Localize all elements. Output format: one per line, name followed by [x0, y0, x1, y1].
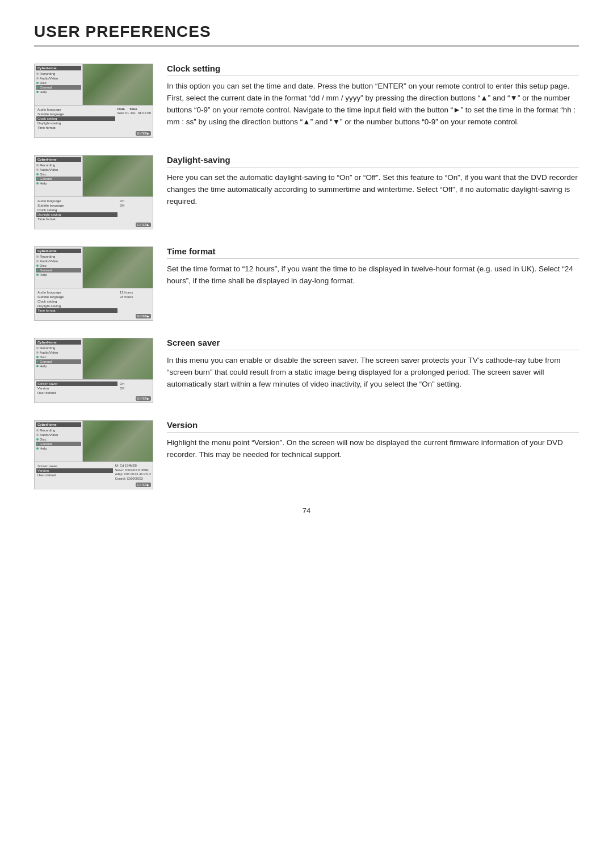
menu-item: Recording [36, 163, 81, 167]
bottom-menu-item: Time format [36, 217, 117, 221]
menu-item: Help [36, 364, 81, 368]
menu-item: Help [36, 181, 81, 186]
bottom-menu-item: User default [36, 473, 113, 477]
menu-item: Recording [36, 428, 81, 433]
enter-button: ENTER▶ [136, 131, 151, 136]
enter-button: ENTER▶ [136, 483, 151, 487]
menu-item: Audio/Video [36, 76, 81, 81]
menu-item: Audio/Video [36, 167, 81, 172]
version-info-row: Control: C00000292 [115, 477, 151, 481]
menu-item: Audio/Video [36, 433, 81, 437]
menu-item: Help [36, 90, 81, 94]
section-content-daylight-saving: Daylight-savingHere you can set the auto… [167, 155, 579, 229]
bottom-menu-item: Audio language [36, 199, 117, 203]
bottom-menu-item: Screen saver [36, 381, 117, 386]
section-screen-saver: CyberHomeRecordingAudio/VideoDiscGeneral… [34, 338, 579, 403]
section-text: In this menu you can enable or disable t… [167, 355, 579, 391]
enter-button: ENTER▶ [136, 223, 151, 227]
menu-item: General [36, 85, 81, 90]
menu-item: Audio/Video [36, 350, 81, 355]
bottom-menu-item: Daylight-saving [36, 212, 117, 217]
menu-item: Disc [36, 81, 81, 85]
mockup-values-col: DateTimeWed 01 Jan01:01:00 [117, 107, 151, 130]
section-content-clock-setting: Clock settingIn this option you can set … [167, 64, 579, 138]
menu-item: Disc [36, 263, 81, 268]
screen-mockup-version: CyberHomeRecordingAudio/VideoDiscGeneral… [34, 420, 153, 489]
menu-item: Disc [36, 355, 81, 359]
menu-item: General [36, 177, 81, 181]
bottom-menu-item: Time format [36, 125, 115, 130]
bottom-menu-item: Clock setting [36, 208, 117, 212]
menu-item: General [36, 442, 81, 446]
section-heading: Daylight-saving [167, 155, 579, 167]
bottom-menu-item: Version [36, 386, 117, 391]
section-heading: Clock setting [167, 64, 579, 76]
version-info-row: Adep: V06.00.01.46 RO-2 [115, 472, 151, 477]
version-info-row: Servo: DX041D D 069M [115, 468, 151, 473]
screen-mockup-daylight-saving: CyberHomeRecordingAudio/VideoDiscGeneral… [34, 155, 153, 229]
section-text: Here you can set the automatic daylight-… [167, 172, 579, 208]
bottom-menu-item: Daylight-saving [36, 304, 117, 308]
mockup-values-col: UI: Cd 154MEBServo: DX041D D 069MAdep: V… [115, 464, 151, 481]
mockup-values-col: OnOff [120, 381, 151, 395]
section-text: Set the time format to “12 hours”, if yo… [167, 263, 579, 287]
menu-item: Disc [36, 172, 81, 177]
mockup-tv-image [83, 421, 153, 462]
version-info-row: UI: Cd 154MEB [115, 464, 151, 468]
section-text: Highlight the menu point “Version”. On t… [167, 437, 579, 461]
section-heading: Time format [167, 246, 579, 259]
screen-mockup-clock-setting: CyberHomeRecordingAudio/VideoDiscGeneral… [34, 64, 153, 138]
mockup-value-row: On [120, 199, 151, 203]
section-content-screen-saver: Screen saverIn this menu you can enable … [167, 338, 579, 403]
bottom-menu-item: Clock setting [36, 116, 115, 121]
menu-item: Help [36, 446, 81, 451]
menu-item: Recording [36, 254, 81, 259]
screen-mockup-screen-saver: CyberHomeRecordingAudio/VideoDiscGeneral… [34, 338, 153, 403]
bottom-menu-item: Clock setting [36, 299, 117, 304]
bottom-menu-item: Daylight-saving [36, 121, 115, 125]
enter-button: ENTER▶ [136, 396, 151, 401]
bottom-menu-item: Screen saver [36, 464, 113, 468]
section-content-time-format: Time formatSet the time format to “12 ho… [167, 246, 579, 321]
mockup-value-row: Off [120, 386, 151, 391]
section-daylight-saving: CyberHomeRecordingAudio/VideoDiscGeneral… [34, 155, 579, 229]
menu-item: Disc [36, 437, 81, 442]
section-time-format: CyberHomeRecordingAudio/VideoDiscGeneral… [34, 246, 579, 321]
enter-button: ENTER▶ [136, 314, 151, 318]
mockup-value-row: On [120, 381, 151, 386]
bottom-menu-item: Subtitle language [36, 203, 117, 208]
menu-item: General [36, 359, 81, 364]
bottom-menu-item: User default [36, 391, 117, 395]
mockup-value-row: Off [120, 203, 151, 208]
page-title: USER PREFERENCES [34, 23, 579, 47]
page-number: 74 [34, 506, 579, 515]
mockup-value-row: 24 hours [120, 295, 151, 299]
menu-item: Audio/Video [36, 259, 81, 263]
mockup-value-row: 12 hours [120, 290, 151, 295]
screen-mockup-time-format: CyberHomeRecordingAudio/VideoDiscGeneral… [34, 246, 153, 321]
bottom-menu-item: Time format [36, 308, 117, 313]
mockup-values-col: OnOff [120, 199, 151, 221]
section-text: In this option you can set the time and … [167, 81, 579, 128]
sections-container: CyberHomeRecordingAudio/VideoDiscGeneral… [34, 64, 579, 489]
mockup-tv-image [83, 156, 153, 196]
mockup-tv-image [83, 64, 153, 105]
mockup-values-col: 12 hours24 hours [120, 290, 151, 313]
section-heading: Version [167, 420, 579, 433]
menu-item: Recording [36, 346, 81, 350]
bottom-menu-item: Audio language [36, 290, 117, 295]
bottom-menu-item: Version [36, 468, 113, 473]
section-clock-setting: CyberHomeRecordingAudio/VideoDiscGeneral… [34, 64, 579, 138]
mockup-tv-image [83, 338, 153, 379]
section-version: CyberHomeRecordingAudio/VideoDiscGeneral… [34, 420, 579, 489]
bottom-menu-item: Audio language [36, 107, 115, 112]
section-heading: Screen saver [167, 338, 579, 350]
menu-item: Recording [36, 72, 81, 76]
mockup-tv-image [83, 247, 153, 288]
bottom-menu-item: Subtitle language [36, 112, 115, 116]
bottom-menu-item: Subtitle language [36, 295, 117, 299]
menu-item: General [36, 268, 81, 272]
section-content-version: VersionHighlight the menu point “Version… [167, 420, 579, 489]
menu-item: Help [36, 272, 81, 277]
